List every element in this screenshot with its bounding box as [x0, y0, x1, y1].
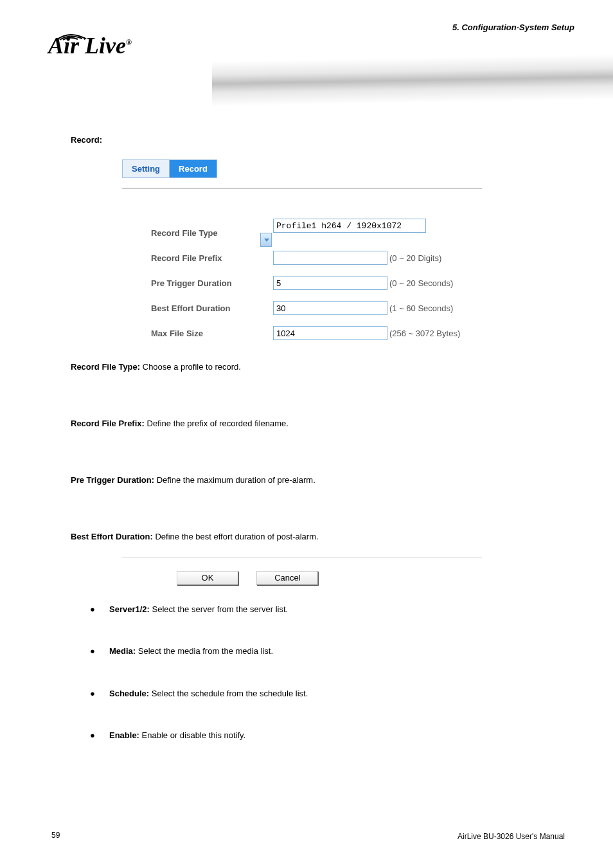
label-best-effort-duration: Best Effort Duration: [151, 303, 273, 313]
ok-button[interactable]: OK: [177, 571, 238, 585]
header-chapter: 5. Configuration-System Setup: [452, 23, 574, 33]
tab-setting[interactable]: Setting: [123, 160, 170, 177]
page-number: 59: [51, 831, 60, 840]
input-pre-trigger-duration[interactable]: [273, 276, 387, 290]
cancel-button[interactable]: Cancel: [256, 571, 318, 585]
desc-pre-trigger-duration: Pre Trigger Duration: Define the maximum…: [71, 473, 315, 487]
label-record-file-prefix: Record File Prefix: [151, 253, 273, 263]
hint-record-file-prefix: (0 ~ 20 Digits): [389, 253, 441, 263]
list-item: ● Media: Select the media from the media…: [90, 644, 308, 658]
tab-container: SettingRecord: [122, 159, 217, 178]
tab-record[interactable]: Record: [170, 160, 217, 177]
footer-line1: AirLive BU-3026 User's Manual: [458, 831, 565, 842]
section-title: Record:: [71, 135, 102, 145]
hint-pre-trigger-duration: (0 ~ 20 Seconds): [389, 278, 453, 288]
chevron-down-icon[interactable]: [260, 233, 272, 247]
header-banner: [212, 55, 613, 107]
list-item: ● Server1/2: Select the server from the …: [90, 602, 308, 617]
label-max-file-size: Max File Size: [151, 329, 273, 338]
select-record-file-type[interactable]: [273, 219, 426, 233]
input-record-file-prefix[interactable]: [273, 251, 387, 265]
hint-max-file-size: (256 ~ 3072 Bytes): [389, 329, 460, 338]
input-max-file-size[interactable]: [273, 326, 387, 340]
desc-record-file-prefix: Record File Prefix: Define the prefix of…: [71, 417, 289, 431]
footer: 59 AirLive BU-3026 User's Manual: [51, 831, 565, 842]
label-record-file-type: Record File Type: [151, 228, 273, 238]
label-pre-trigger-duration: Pre Trigger Duration: [151, 278, 273, 288]
divider-buttons: [122, 557, 482, 557]
input-best-effort-duration[interactable]: [273, 301, 387, 315]
desc-record-file-type: Record File Type: Choose a profile to re…: [71, 360, 241, 374]
list-item: ● Enable: Enable or disable this notify.: [90, 728, 308, 743]
logo: Air Live®: [48, 32, 170, 59]
divider: [122, 188, 482, 189]
bullet-list: ● Server1/2: Select the server from the …: [90, 602, 308, 770]
list-item: ● Schedule: Select the schedule from the…: [90, 686, 308, 701]
desc-best-effort-duration: Best Effort Duration: Define the best ef…: [71, 530, 319, 544]
hint-best-effort-duration: (1 ~ 60 Seconds): [389, 303, 453, 313]
